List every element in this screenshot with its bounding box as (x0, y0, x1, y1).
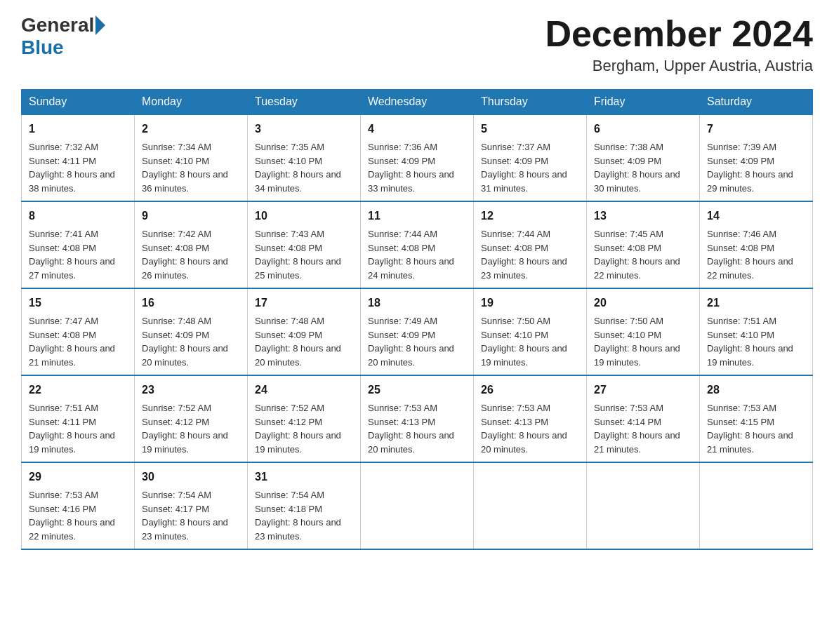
day-cell: 3 Sunrise: 7:35 AM Sunset: 4:10 PM Dayli… (255, 121, 353, 195)
title-section: December 2024 Bergham, Upper Austria, Au… (545, 14, 813, 75)
table-row: 28 Sunrise: 7:53 AM Sunset: 4:15 PM Dayl… (700, 375, 813, 462)
sunset-text: Sunset: 4:08 PM (255, 241, 353, 255)
day-cell: 5 Sunrise: 7:37 AM Sunset: 4:09 PM Dayli… (481, 121, 579, 195)
table-row: 1 Sunrise: 7:32 AM Sunset: 4:11 PM Dayli… (22, 114, 135, 201)
sunset-text: Sunset: 4:11 PM (29, 415, 127, 429)
sunset-text: Sunset: 4:09 PM (368, 154, 466, 168)
calendar-week-row: 29 Sunrise: 7:53 AM Sunset: 4:16 PM Dayl… (22, 462, 813, 549)
sunset-text: Sunset: 4:13 PM (481, 415, 579, 429)
daylight-text: Daylight: 8 hours and 29 minutes. (707, 168, 805, 195)
table-row: 31 Sunrise: 7:54 AM Sunset: 4:18 PM Dayl… (248, 462, 361, 549)
day-cell: 19 Sunrise: 7:50 AM Sunset: 4:10 PM Dayl… (481, 295, 579, 369)
sunrise-text: Sunrise: 7:36 AM (368, 140, 466, 154)
sunset-text: Sunset: 4:12 PM (255, 415, 353, 429)
daylight-text: Daylight: 8 hours and 19 minutes. (255, 429, 353, 456)
day-number: 4 (368, 121, 466, 137)
daylight-text: Daylight: 8 hours and 19 minutes. (481, 342, 579, 369)
daylight-text: Daylight: 8 hours and 20 minutes. (481, 429, 579, 456)
day-number: 16 (142, 295, 240, 311)
day-number: 26 (481, 382, 579, 398)
sunset-text: Sunset: 4:09 PM (368, 328, 466, 342)
sunrise-text: Sunrise: 7:41 AM (29, 227, 127, 241)
daylight-text: Daylight: 8 hours and 22 minutes. (29, 516, 127, 543)
table-row: 30 Sunrise: 7:54 AM Sunset: 4:17 PM Dayl… (135, 462, 248, 549)
sunrise-text: Sunrise: 7:48 AM (255, 314, 353, 328)
day-number: 12 (481, 208, 579, 224)
sunrise-text: Sunrise: 7:53 AM (368, 401, 466, 415)
header-wednesday: Wednesday (361, 90, 474, 115)
table-row: 14 Sunrise: 7:46 AM Sunset: 4:08 PM Dayl… (700, 201, 813, 288)
sunset-text: Sunset: 4:08 PM (368, 241, 466, 255)
day-number: 24 (255, 382, 353, 398)
daylight-text: Daylight: 8 hours and 22 minutes. (707, 255, 805, 282)
table-row: 20 Sunrise: 7:50 AM Sunset: 4:10 PM Dayl… (587, 288, 700, 375)
sunrise-text: Sunrise: 7:46 AM (707, 227, 805, 241)
daylight-text: Daylight: 8 hours and 20 minutes. (368, 429, 466, 456)
sunset-text: Sunset: 4:08 PM (29, 241, 127, 255)
day-cell: 7 Sunrise: 7:39 AM Sunset: 4:09 PM Dayli… (707, 121, 805, 195)
sunset-text: Sunset: 4:09 PM (142, 328, 240, 342)
sunset-text: Sunset: 4:13 PM (368, 415, 466, 429)
daylight-text: Daylight: 8 hours and 21 minutes. (29, 342, 127, 369)
sunrise-text: Sunrise: 7:50 AM (481, 314, 579, 328)
sunrise-text: Sunrise: 7:34 AM (142, 140, 240, 154)
table-row: 24 Sunrise: 7:52 AM Sunset: 4:12 PM Dayl… (248, 375, 361, 462)
sunrise-text: Sunrise: 7:50 AM (594, 314, 692, 328)
sunset-text: Sunset: 4:09 PM (594, 154, 692, 168)
sunrise-text: Sunrise: 7:53 AM (594, 401, 692, 415)
sunset-text: Sunset: 4:08 PM (142, 241, 240, 255)
day-number: 20 (594, 295, 692, 311)
sunset-text: Sunset: 4:12 PM (142, 415, 240, 429)
header-tuesday: Tuesday (248, 90, 361, 115)
daylight-text: Daylight: 8 hours and 21 minutes. (594, 429, 692, 456)
table-row: 5 Sunrise: 7:37 AM Sunset: 4:09 PM Dayli… (474, 114, 587, 201)
table-row (474, 462, 587, 549)
logo-blue-text: Blue (21, 36, 64, 59)
day-number: 11 (368, 208, 466, 224)
day-number: 27 (594, 382, 692, 398)
header-saturday: Saturday (700, 90, 813, 115)
daylight-text: Daylight: 8 hours and 19 minutes. (707, 342, 805, 369)
day-number: 25 (368, 382, 466, 398)
calendar-week-row: 1 Sunrise: 7:32 AM Sunset: 4:11 PM Dayli… (22, 114, 813, 201)
day-number: 15 (29, 295, 127, 311)
sunset-text: Sunset: 4:17 PM (142, 502, 240, 516)
day-number: 23 (142, 382, 240, 398)
day-number: 30 (142, 469, 240, 485)
day-cell: 8 Sunrise: 7:41 AM Sunset: 4:08 PM Dayli… (29, 208, 127, 282)
day-number: 7 (707, 121, 805, 137)
table-row: 2 Sunrise: 7:34 AM Sunset: 4:10 PM Dayli… (135, 114, 248, 201)
sunrise-text: Sunrise: 7:51 AM (29, 401, 127, 415)
daylight-text: Daylight: 8 hours and 38 minutes. (29, 168, 127, 195)
header-friday: Friday (587, 90, 700, 115)
sunrise-text: Sunrise: 7:35 AM (255, 140, 353, 154)
calendar-week-row: 15 Sunrise: 7:47 AM Sunset: 4:08 PM Dayl… (22, 288, 813, 375)
day-cell: 1 Sunrise: 7:32 AM Sunset: 4:11 PM Dayli… (29, 121, 127, 195)
day-number: 14 (707, 208, 805, 224)
daylight-text: Daylight: 8 hours and 20 minutes. (368, 342, 466, 369)
table-row: 7 Sunrise: 7:39 AM Sunset: 4:09 PM Dayli… (700, 114, 813, 201)
sunset-text: Sunset: 4:11 PM (29, 154, 127, 168)
header-monday: Monday (135, 90, 248, 115)
day-cell: 26 Sunrise: 7:53 AM Sunset: 4:13 PM Dayl… (481, 382, 579, 456)
day-cell: 20 Sunrise: 7:50 AM Sunset: 4:10 PM Dayl… (594, 295, 692, 369)
table-row: 6 Sunrise: 7:38 AM Sunset: 4:09 PM Dayli… (587, 114, 700, 201)
sunset-text: Sunset: 4:08 PM (707, 241, 805, 255)
day-cell: 11 Sunrise: 7:44 AM Sunset: 4:08 PM Dayl… (368, 208, 466, 282)
sunrise-text: Sunrise: 7:49 AM (368, 314, 466, 328)
table-row (700, 462, 813, 549)
day-cell: 31 Sunrise: 7:54 AM Sunset: 4:18 PM Dayl… (255, 469, 353, 543)
day-number: 29 (29, 469, 127, 485)
logo-general-text: General (21, 14, 94, 36)
daylight-text: Daylight: 8 hours and 34 minutes. (255, 168, 353, 195)
table-row: 29 Sunrise: 7:53 AM Sunset: 4:16 PM Dayl… (22, 462, 135, 549)
day-cell: 29 Sunrise: 7:53 AM Sunset: 4:16 PM Dayl… (29, 469, 127, 543)
sunrise-text: Sunrise: 7:48 AM (142, 314, 240, 328)
table-row: 4 Sunrise: 7:36 AM Sunset: 4:09 PM Dayli… (361, 114, 474, 201)
day-number: 18 (368, 295, 466, 311)
sunrise-text: Sunrise: 7:52 AM (142, 401, 240, 415)
table-row: 26 Sunrise: 7:53 AM Sunset: 4:13 PM Dayl… (474, 375, 587, 462)
day-number: 31 (255, 469, 353, 485)
calendar-week-row: 8 Sunrise: 7:41 AM Sunset: 4:08 PM Dayli… (22, 201, 813, 288)
day-cell: 2 Sunrise: 7:34 AM Sunset: 4:10 PM Dayli… (142, 121, 240, 195)
